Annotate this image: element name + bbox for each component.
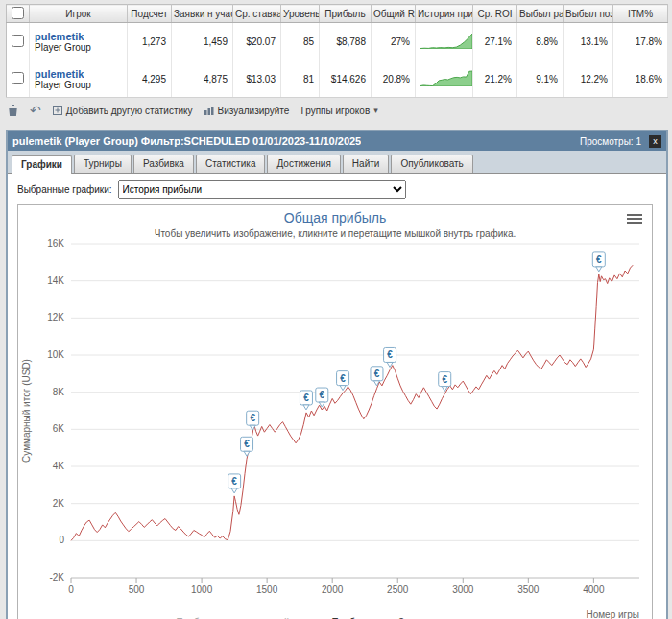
svg-text:16K: 16K bbox=[47, 238, 64, 249]
tab-statistics[interactable]: Статистика bbox=[196, 155, 266, 173]
add-statistic-label: Добавить другую статистику bbox=[66, 106, 193, 116]
col-header-entries[interactable]: Заявки н участие bbox=[172, 5, 233, 23]
svg-text:-2K: -2K bbox=[49, 572, 64, 583]
tab-graphs[interactable]: Графики bbox=[12, 155, 72, 174]
avg-stake-cell: $13.03 bbox=[233, 60, 281, 98]
table-row: pulemetikPlayer Group 1,273 1,459 $20.07… bbox=[7, 23, 668, 60]
svg-text:8K: 8K bbox=[53, 387, 65, 397]
undo-icon[interactable]: ↶ bbox=[30, 105, 41, 116]
svg-text:2500: 2500 bbox=[387, 584, 409, 595]
svg-text:€: € bbox=[244, 439, 250, 449]
col-header-early-bust[interactable]: Выбыл рано bbox=[517, 5, 564, 23]
col-header-profit-history[interactable]: История приб... bbox=[416, 5, 473, 23]
selected-graphs-label: Выбранные графики: bbox=[17, 184, 112, 195]
profit-sparkline bbox=[420, 69, 472, 86]
svg-text:14K: 14K bbox=[47, 275, 64, 286]
svg-text:€: € bbox=[387, 349, 393, 360]
svg-text:€: € bbox=[596, 254, 602, 265]
player-stats-table: Игрок Подсчет Заявки н участие Ср. ставк… bbox=[6, 4, 668, 98]
close-button[interactable]: x bbox=[649, 135, 661, 148]
svg-text:€: € bbox=[340, 373, 346, 384]
svg-text:Суммарный итог (USD): Суммарный итог (USD) bbox=[21, 359, 32, 463]
panel-content: Выбранные графики: История прибыли Общая… bbox=[8, 174, 666, 619]
player-stats-section: Игрок Подсчет Заявки н участие Ср. ставк… bbox=[0, 0, 672, 98]
svg-text:3500: 3500 bbox=[517, 584, 540, 595]
col-header-late-bust[interactable]: Выбыл поздн... bbox=[564, 5, 613, 23]
svg-text:4K: 4K bbox=[53, 461, 65, 471]
count-cell: 4,295 bbox=[128, 60, 172, 98]
player-detail-panel: pulemetik (Player Group) Фильтр:SCHEDULE… bbox=[6, 130, 668, 619]
svg-text:0: 0 bbox=[59, 535, 64, 545]
avg-roi-cell: 21.2% bbox=[473, 60, 517, 98]
early-bust-cell: 9.1% bbox=[517, 60, 564, 98]
table-row: pulemetikPlayer Group 4,295 4,875 $13.03… bbox=[7, 60, 668, 98]
entries-cell: 1,459 bbox=[172, 23, 233, 60]
count-cell: 1,273 bbox=[128, 23, 172, 60]
tab-breakdown[interactable]: Разбивка bbox=[133, 155, 194, 173]
col-header-count[interactable]: Подсчет bbox=[128, 5, 172, 23]
chart-plot[interactable]: -2K02K4K6K8K10K12K14K16K0500100015002000… bbox=[19, 234, 649, 619]
views-count: Просмотры: 1 bbox=[580, 136, 641, 147]
player-group-label: Player Group bbox=[35, 42, 122, 53]
player-name-link[interactable]: pulemetik bbox=[35, 31, 122, 42]
graph-type-select[interactable]: История прибыли bbox=[118, 180, 406, 199]
profit-chart: Общая прибыль Чтобы увеличить изображени… bbox=[17, 204, 653, 619]
select-all-checkbox[interactable] bbox=[12, 7, 24, 19]
profit-cell: $8,788 bbox=[320, 23, 372, 60]
svg-text:€: € bbox=[303, 393, 309, 403]
col-header-total-roi[interactable]: Общий RO bbox=[372, 5, 416, 23]
profit-sparkline bbox=[420, 32, 472, 49]
col-header-level[interactable]: Уровень bbox=[281, 5, 320, 23]
tab-tournaments[interactable]: Турниры bbox=[74, 155, 132, 173]
svg-text:500: 500 bbox=[129, 584, 145, 595]
svg-text:€: € bbox=[442, 374, 447, 385]
svg-text:1000: 1000 bbox=[191, 584, 213, 595]
itm-cell: 18.6% bbox=[613, 60, 668, 98]
itm-cell: 17.8% bbox=[613, 23, 668, 60]
total-roi-cell: 20.8% bbox=[372, 60, 416, 98]
player-name-link[interactable]: pulemetik bbox=[35, 68, 122, 80]
col-header-itm[interactable]: ITM% bbox=[613, 5, 668, 23]
tab-bar: Графики Турниры Разбивка Статистика Дост… bbox=[8, 151, 666, 174]
svg-text:6K: 6K bbox=[53, 423, 65, 434]
row-checkbox[interactable] bbox=[12, 35, 24, 47]
select-all-header[interactable] bbox=[7, 5, 30, 23]
tab-achievements[interactable]: Достижения bbox=[267, 155, 340, 173]
chevron-down-icon: ▾ bbox=[373, 106, 378, 115]
svg-text:2K: 2K bbox=[53, 498, 65, 509]
col-header-profit[interactable]: Прибыль bbox=[320, 5, 372, 23]
svg-text:€: € bbox=[250, 413, 255, 423]
col-header-player[interactable]: Игрок bbox=[30, 5, 128, 23]
svg-text:€: € bbox=[320, 390, 325, 400]
add-icon bbox=[53, 106, 62, 115]
svg-text:12K: 12K bbox=[47, 312, 64, 322]
table-toolbar: ↶ Добавить другую статистику Визуализиру… bbox=[0, 98, 672, 123]
avg-roi-cell: 27.1% bbox=[473, 23, 517, 60]
player-groups-button[interactable]: Группы игроков ▾ bbox=[300, 106, 377, 116]
col-header-avg-roi[interactable]: Ср. ROI bbox=[473, 5, 517, 23]
total-roi-cell: 27% bbox=[372, 23, 416, 60]
svg-text:2000: 2000 bbox=[322, 584, 344, 595]
add-statistic-button[interactable]: Добавить другую статистику bbox=[53, 106, 193, 116]
svg-text:1500: 1500 bbox=[256, 584, 278, 595]
panel-header: pulemetik (Player Group) Фильтр:SCHEDULE… bbox=[8, 131, 666, 151]
visualize-button[interactable]: Визуализируйте bbox=[204, 106, 290, 116]
svg-text:€: € bbox=[231, 476, 237, 487]
early-bust-cell: 8.8% bbox=[517, 23, 564, 60]
row-checkbox[interactable] bbox=[12, 72, 24, 84]
chart-title: Общая прибыль bbox=[18, 210, 652, 226]
bar-chart-icon bbox=[204, 106, 214, 115]
svg-text:3000: 3000 bbox=[452, 584, 474, 595]
panel-title: pulemetik (Player Group) Фильтр:SCHEDULE… bbox=[12, 135, 361, 147]
player-groups-label: Группы игроков bbox=[300, 106, 370, 116]
chart-menu-icon[interactable] bbox=[627, 214, 642, 226]
delete-icon[interactable] bbox=[8, 105, 18, 116]
tab-publish[interactable]: Опубликовать bbox=[391, 155, 472, 173]
avg-stake-cell: $20.07 bbox=[233, 23, 281, 60]
profit-cell: $14,626 bbox=[320, 60, 372, 98]
level-cell: 85 bbox=[281, 23, 320, 60]
col-header-avg-stake[interactable]: Ср. ставка bbox=[233, 5, 281, 23]
svg-text:4000: 4000 bbox=[583, 584, 605, 595]
tab-find[interactable]: Найти bbox=[343, 155, 390, 173]
svg-text:€: € bbox=[374, 369, 380, 379]
